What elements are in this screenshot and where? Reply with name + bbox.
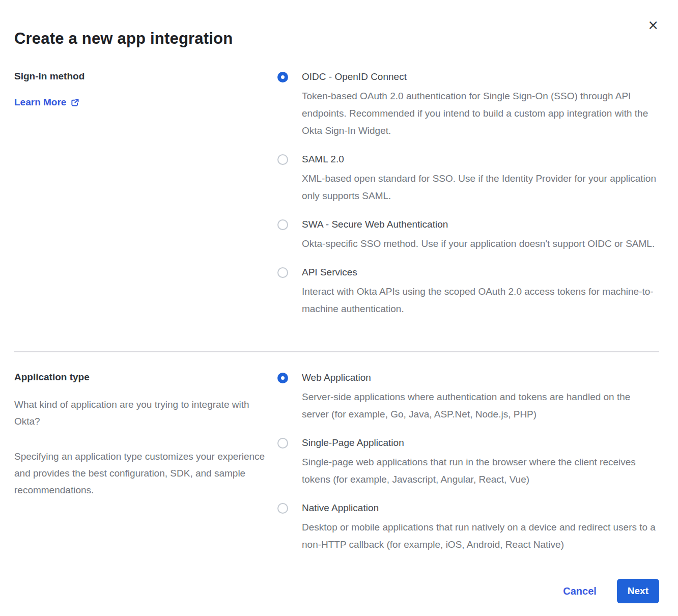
- radio-option-native-application: Native Application Desktop or mobile app…: [277, 502, 659, 553]
- radio-saml-description: XML-based open standard for SSO. Use if …: [302, 170, 659, 205]
- page-title: Create a new app integration: [14, 0, 659, 48]
- radio-swa[interactable]: [277, 219, 288, 230]
- radio-api-services-description: Interact with Okta APIs using the scoped…: [302, 283, 659, 318]
- learn-more-label: Learn More: [14, 97, 66, 108]
- radio-saml[interactable]: [277, 154, 288, 165]
- radio-swa-label[interactable]: SWA - Secure Web Authentication: [302, 218, 655, 231]
- application-type-section: Application type What kind of applicatio…: [14, 372, 659, 553]
- radio-native-application-label[interactable]: Native Application: [302, 502, 659, 514]
- learn-more-link[interactable]: Learn More: [14, 97, 79, 108]
- radio-option-oidc: OIDC - OpenID Connect Token-based OAuth …: [277, 71, 659, 139]
- application-type-question: What kind of application are you trying …: [14, 396, 267, 430]
- radio-oidc-label[interactable]: OIDC - OpenID Connect: [302, 71, 659, 83]
- radio-single-page-application-label[interactable]: Single-Page Application: [302, 437, 659, 449]
- radio-native-application-description: Desktop or mobile applications that run …: [302, 519, 659, 553]
- radio-single-page-application[interactable]: [277, 438, 288, 449]
- radio-option-swa: SWA - Secure Web Authentication Okta-spe…: [277, 218, 659, 253]
- radio-saml-label[interactable]: SAML 2.0: [302, 153, 659, 165]
- application-type-explanation: Specifying an application type customize…: [14, 448, 267, 498]
- modal-footer: Cancel Next: [14, 579, 659, 616]
- signin-method-label: Sign-in method: [14, 71, 267, 82]
- create-app-integration-modal: × Create a new app integration Sign-in m…: [0, 0, 678, 616]
- radio-native-application[interactable]: [277, 503, 288, 514]
- radio-oidc-description: Token-based OAuth 2.0 authentication for…: [302, 88, 659, 139]
- radio-option-saml: SAML 2.0 XML-based open standard for SSO…: [277, 153, 659, 205]
- radio-option-web-application: Web Application Server-side applications…: [277, 372, 659, 423]
- radio-web-application[interactable]: [277, 373, 288, 383]
- next-button[interactable]: Next: [617, 579, 659, 603]
- radio-option-api-services: API Services Interact with Okta APIs usi…: [277, 266, 659, 318]
- application-type-options: Web Application Server-side applications…: [277, 372, 659, 553]
- external-link-icon: [71, 98, 79, 107]
- radio-web-application-label[interactable]: Web Application: [302, 372, 659, 384]
- radio-api-services-label[interactable]: API Services: [302, 266, 659, 278]
- radio-api-services[interactable]: [277, 267, 288, 278]
- close-icon[interactable]: ×: [647, 18, 659, 32]
- application-type-label: Application type: [14, 372, 267, 383]
- section-divider: [14, 351, 659, 352]
- radio-oidc[interactable]: [277, 72, 288, 82]
- cancel-button[interactable]: Cancel: [563, 585, 597, 597]
- radio-swa-description: Okta-specific SSO method. Use if your ap…: [302, 235, 655, 253]
- signin-method-options: OIDC - OpenID Connect Token-based OAuth …: [277, 71, 659, 318]
- radio-web-application-description: Server-side applications where authentic…: [302, 388, 659, 423]
- radio-single-page-application-description: Single-page web applications that run in…: [302, 454, 659, 488]
- signin-method-section: Sign-in method Learn More OIDC - OpenID …: [14, 71, 659, 318]
- radio-option-single-page-application: Single-Page Application Single-page web …: [277, 437, 659, 488]
